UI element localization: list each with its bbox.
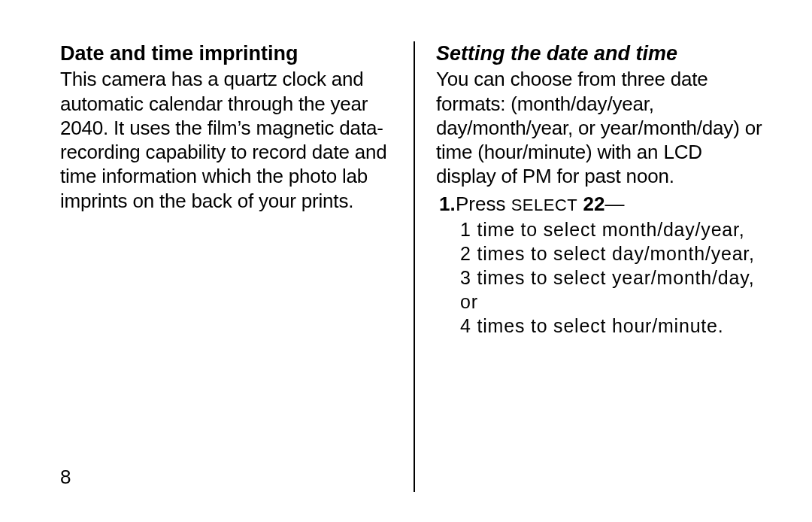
sub-item: 3 times to select year/month/day, or bbox=[460, 266, 767, 314]
sub-item: 4 times to select hour/minute. bbox=[460, 314, 767, 338]
subsection-heading: Setting the date and time bbox=[436, 41, 767, 65]
sub-item: 2 times to select day/month/year, bbox=[460, 241, 767, 266]
step-select-label: SELECT bbox=[511, 196, 578, 214]
step-press: Press bbox=[456, 193, 511, 215]
section-body: This camera has a quartz clock and autom… bbox=[60, 67, 392, 212]
left-column: Date and time imprinting This camera has… bbox=[60, 41, 414, 492]
sub-item: 1 time to select month/day/year, bbox=[460, 217, 767, 241]
step-list: 1.Press SELECT 22— 1 time to select mont… bbox=[436, 192, 767, 338]
step-marker: 1. bbox=[439, 192, 456, 216]
step-ref-number: 22 bbox=[577, 193, 604, 215]
subsection-body: You can choose from three date formats: … bbox=[436, 67, 767, 188]
right-column: Setting the date and time You can choose… bbox=[414, 41, 767, 492]
section-heading: Date and time imprinting bbox=[60, 41, 392, 65]
step-sublist: 1 time to select month/day/year, 2 times… bbox=[460, 217, 767, 338]
step-item: 1.Press SELECT 22— 1 time to select mont… bbox=[460, 192, 767, 338]
step-dash: — bbox=[604, 193, 624, 215]
page-number: 8 bbox=[60, 466, 71, 489]
manual-page: Date and time imprinting This camera has… bbox=[0, 0, 812, 522]
